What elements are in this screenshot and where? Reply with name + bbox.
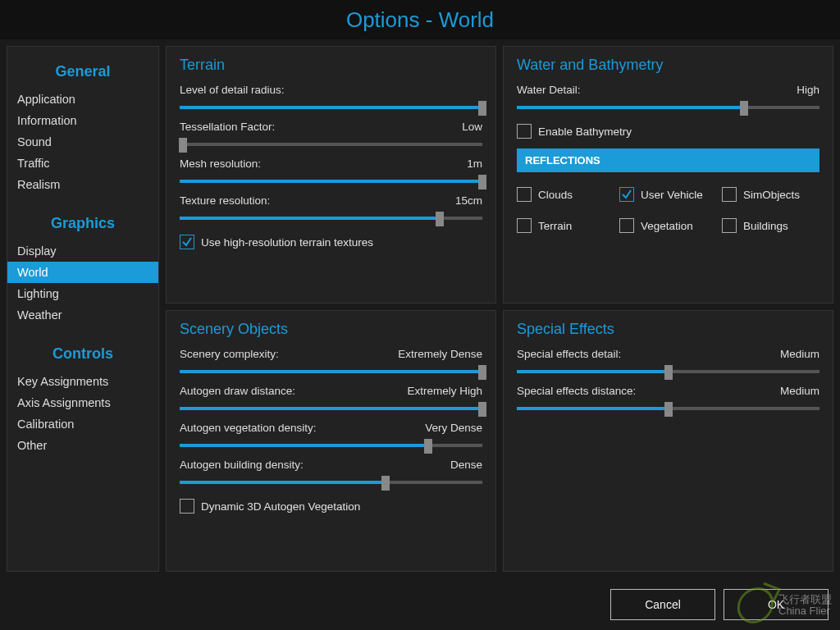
effects-panel: Special Effects Special effects detail: …: [503, 310, 833, 572]
scenery-slider-2-value: Very Dense: [425, 422, 482, 434]
scenery-title: Scenery Objects: [180, 321, 482, 338]
water-slider-0-label: Water Detail:: [517, 84, 581, 96]
water-slider-0-slider[interactable]: [517, 98, 819, 117]
terrain-slider-1-label: Tessellation Factor:: [180, 121, 275, 133]
dynamic-autogen-check[interactable]: Dynamic 3D Autogen Vegetation: [180, 499, 482, 514]
scenery-slider-1-slider[interactable]: [180, 399, 482, 418]
terrain-slider-3-value: 15cm: [455, 194, 482, 207]
reflection-terrain[interactable]: Terrain: [517, 218, 614, 233]
reflection-vegetation-label: Vegetation: [641, 220, 693, 232]
scenery-slider-3-label: Autogen building density:: [180, 459, 304, 471]
sidebar-item-calibration[interactable]: Calibration: [7, 413, 158, 435]
reflection-terrain-box[interactable]: [517, 218, 532, 233]
terrain-slider-2-value: 1m: [467, 158, 482, 170]
terrain-hires-check-box[interactable]: [180, 235, 194, 249]
effects-slider-1-label: Special effects distance:: [517, 385, 636, 397]
dynamic-autogen-check-box[interactable]: [180, 499, 194, 514]
terrain-slider-1-slider[interactable]: [180, 135, 482, 154]
terrain-slider-3-slider[interactable]: [180, 208, 482, 228]
sidebar: GeneralApplicationInformationSoundTraffi…: [7, 46, 159, 572]
effects-slider-0-label: Special effects detail:: [517, 348, 621, 360]
sidebar-item-key-assignments[interactable]: Key Assignments: [7, 371, 158, 392]
reflection-user-vehicle-box[interactable]: [619, 187, 634, 202]
scenery-slider-1-label: Autogen draw distance:: [180, 385, 295, 397]
sidebar-item-traffic[interactable]: Traffic: [7, 153, 158, 174]
terrain-slider-3-label: Texture resolution:: [180, 194, 270, 207]
sidebar-item-weather[interactable]: Weather: [7, 304, 158, 326]
reflection-vegetation[interactable]: Vegetation: [619, 218, 717, 233]
reflection-terrain-label: Terrain: [538, 220, 572, 232]
sidebar-item-sound[interactable]: Sound: [7, 131, 158, 153]
reflection-buildings-label: Buildings: [743, 220, 788, 232]
water-slider-0-value: High: [797, 84, 819, 96]
sidebar-item-lighting[interactable]: Lighting: [7, 283, 158, 304]
sidebar-header-1: Graphics: [7, 207, 158, 240]
reflection-buildings-box[interactable]: [722, 218, 737, 233]
effects-slider-1-value: Medium: [780, 385, 819, 397]
bathymetry-check-label: Enable Bathymetry: [538, 126, 632, 138]
sidebar-item-axis-assignments[interactable]: Axis Assignments: [7, 392, 158, 413]
reflection-vegetation-box[interactable]: [619, 218, 634, 233]
sidebar-item-realism[interactable]: Realism: [7, 174, 158, 195]
effects-slider-1-slider[interactable]: [517, 399, 819, 418]
dynamic-autogen-check-label: Dynamic 3D Autogen Vegetation: [201, 500, 360, 513]
reflections-header: REFLECTIONS: [517, 148, 819, 172]
scenery-slider-2-label: Autogen vegetation density:: [180, 422, 317, 434]
effects-slider-0-value: Medium: [780, 348, 819, 360]
scenery-slider-0-label: Scenery complexity:: [180, 348, 279, 360]
effects-slider-0-slider[interactable]: [517, 362, 819, 381]
sidebar-item-other[interactable]: Other: [7, 435, 158, 456]
sidebar-item-information[interactable]: Information: [7, 110, 158, 131]
sidebar-item-world[interactable]: World: [7, 262, 158, 283]
terrain-panel: Terrain Level of detail radius: Tessella…: [166, 46, 496, 304]
terrain-hires-check-label: Use high-resolution terrain textures: [201, 236, 373, 249]
terrain-slider-0-slider[interactable]: [180, 98, 482, 117]
water-panel: Water and Bathymetry Water Detail: High …: [503, 46, 833, 304]
scenery-slider-3-slider[interactable]: [180, 472, 482, 492]
terrain-slider-1-value: Low: [462, 121, 482, 133]
terrain-hires-check[interactable]: Use high-resolution terrain textures: [180, 235, 482, 249]
cancel-button[interactable]: Cancel: [610, 589, 715, 620]
reflection-simobjects[interactable]: SimObjects: [722, 187, 819, 202]
page-title: Options - World: [0, 0, 840, 39]
sidebar-item-display[interactable]: Display: [7, 240, 158, 262]
reflection-clouds[interactable]: Clouds: [517, 187, 614, 202]
sidebar-header-0: General: [7, 55, 158, 89]
terrain-slider-2-label: Mesh resolution:: [180, 158, 261, 170]
ok-button[interactable]: OK: [724, 589, 829, 620]
reflection-user-vehicle[interactable]: User Vehicle: [619, 187, 717, 202]
terrain-slider-0-label: Level of detail radius:: [180, 84, 285, 96]
terrain-title: Terrain: [180, 57, 482, 74]
scenery-slider-1-value: Extremely High: [407, 385, 482, 397]
bathymetry-check[interactable]: Enable Bathymetry: [517, 124, 819, 139]
scenery-slider-2-slider[interactable]: [180, 436, 482, 455]
sidebar-header-2: Controls: [7, 337, 158, 371]
scenery-slider-0-slider[interactable]: [180, 362, 482, 381]
reflection-simobjects-box[interactable]: [722, 187, 737, 202]
reflection-user-vehicle-label: User Vehicle: [641, 189, 703, 201]
reflection-clouds-box[interactable]: [517, 187, 532, 202]
scenery-slider-0-value: Extremely Dense: [398, 348, 482, 360]
water-title: Water and Bathymetry: [517, 57, 819, 74]
reflection-buildings[interactable]: Buildings: [722, 218, 819, 233]
bathymetry-check-box[interactable]: [517, 124, 532, 139]
effects-title: Special Effects: [517, 321, 819, 338]
scenery-panel: Scenery Objects Scenery complexity: Extr…: [166, 310, 496, 572]
reflection-clouds-label: Clouds: [538, 189, 573, 201]
scenery-slider-3-value: Dense: [450, 459, 482, 471]
sidebar-item-application[interactable]: Application: [7, 89, 158, 110]
terrain-slider-2-slider[interactable]: [180, 171, 482, 191]
reflection-simobjects-label: SimObjects: [743, 189, 800, 201]
